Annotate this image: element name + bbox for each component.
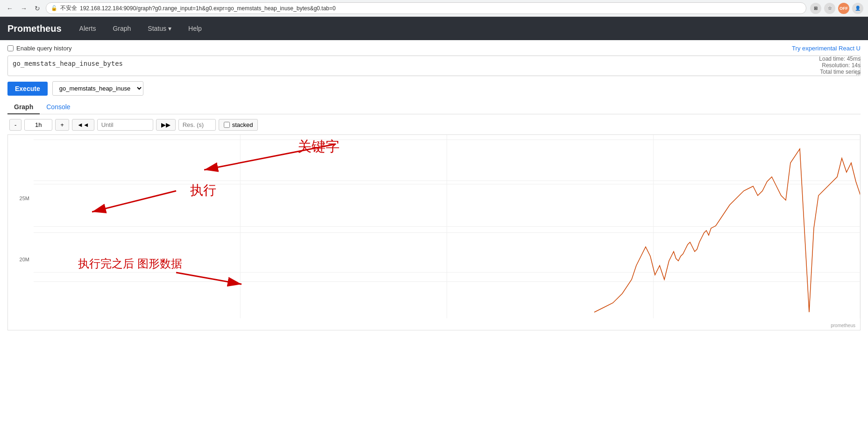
stacked-label: stacked [232, 121, 253, 128]
stacked-checkbox[interactable] [224, 122, 230, 128]
nav-brand: Prometheus [7, 23, 62, 34]
y-label-25m: 25M [10, 196, 31, 201]
next-button[interactable]: ▶▶ [156, 119, 176, 131]
stats-panel: Load time: 45ms Resolution: 14s Total ti… [819, 56, 861, 75]
forward-button[interactable]: → [19, 4, 29, 13]
execute-row: Execute go_memstats_heap_inuse [7, 81, 861, 96]
reload-button[interactable]: ↻ [33, 4, 42, 13]
stacked-button[interactable]: stacked [219, 119, 258, 131]
y-label-20m: 20M [10, 257, 31, 262]
top-bar: Enable query history Try experimental Re… [7, 45, 861, 52]
tab-console[interactable]: Console [40, 100, 77, 114]
execute-button[interactable]: Execute [7, 82, 48, 96]
tab-graph[interactable]: Graph [7, 100, 40, 114]
extension-icon[interactable]: OFF [838, 3, 849, 14]
graph-controls: - + ◄◄ ▶▶ stacked [7, 119, 861, 131]
react-ui-link[interactable]: Try experimental React U [792, 45, 861, 52]
range-minus-button[interactable]: - [9, 119, 21, 131]
security-label: 不安全 [60, 4, 77, 12]
chart-area: 25M 20M [7, 134, 861, 330]
enable-history-label[interactable]: Enable query history [7, 45, 72, 52]
y-axis: 25M 20M [8, 135, 34, 330]
chart-svg [34, 135, 860, 318]
query-input[interactable]: go_memstats_heap_inuse_bytes [7, 56, 861, 76]
back-button[interactable]: ← [5, 4, 15, 13]
load-time: Load time: 45ms [819, 56, 861, 62]
url-text: 192.168.122.184:9090/graph?g0.range_inpu… [80, 5, 335, 12]
address-bar[interactable]: 🔓 不安全 192.168.122.184:9090/graph?g0.rang… [46, 2, 806, 14]
main-content: Enable query history Try experimental Re… [0, 40, 868, 335]
browser-actions: ⊞ ☆ OFF 👤 [810, 3, 863, 14]
translate-icon[interactable]: ⊞ [810, 3, 821, 14]
prev-button[interactable]: ◄◄ [72, 119, 94, 131]
res-input[interactable] [178, 119, 216, 131]
until-input[interactable] [97, 119, 153, 131]
total-series: Total time series [819, 69, 861, 75]
browser-chrome: ← → ↻ 🔓 不安全 192.168.122.184:9090/graph?g… [0, 0, 868, 17]
profile-icon[interactable]: 👤 [852, 3, 863, 14]
range-plus-button[interactable]: + [55, 119, 69, 131]
star-icon[interactable]: ☆ [824, 3, 835, 14]
nav-graph[interactable]: Graph [109, 23, 135, 34]
nav-bar: Prometheus Alerts Graph Status ▾ Help [0, 17, 868, 40]
security-icon: 🔓 [51, 5, 57, 11]
range-input[interactable] [24, 119, 52, 131]
metric-select[interactable]: go_memstats_heap_inuse [52, 81, 143, 96]
nav-help[interactable]: Help [185, 23, 206, 34]
chart-line [594, 149, 860, 312]
tabs-row: Graph Console [7, 100, 861, 114]
nav-status[interactable]: Status ▾ [144, 23, 175, 34]
enable-history-checkbox[interactable] [7, 45, 14, 51]
nav-alerts[interactable]: Alerts [76, 23, 100, 34]
chart-watermark: prometheus [831, 323, 855, 328]
resolution: Resolution: 14s [819, 62, 861, 69]
